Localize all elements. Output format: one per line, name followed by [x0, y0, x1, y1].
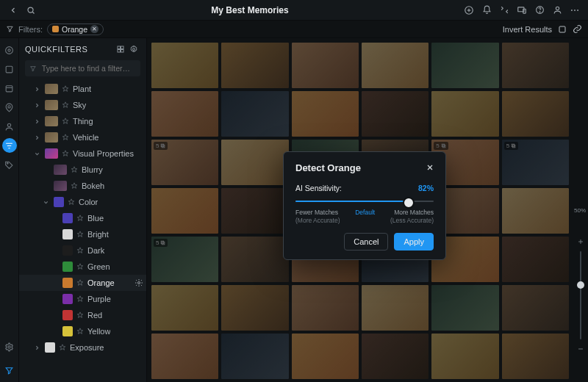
filter-tree: PlantSkyThingVehicleVisual PropertiesBlu… — [19, 81, 146, 361]
sensitivity-slider[interactable] — [295, 195, 434, 207]
svg-point-10 — [571, 10, 573, 11]
gear-icon[interactable] — [135, 278, 143, 287]
tree-item-visual-properties[interactable]: Visual Properties — [19, 145, 146, 162]
rail-filterpanel-icon[interactable] — [2, 363, 17, 378]
invert-checkbox-icon[interactable] — [558, 25, 567, 34]
tree-item-label: Visual Properties — [73, 149, 134, 158]
tree-item-color-orange[interactable]: Orange — [19, 275, 146, 291]
swatch-icon — [62, 245, 73, 256]
filters-bar: Filters: Orange ✕ Invert Results — [0, 21, 588, 38]
notifications-icon[interactable] — [478, 1, 495, 19]
tree-item[interactable]: Vehicle — [19, 129, 146, 145]
svg-rect-26 — [121, 50, 124, 53]
rail-map-icon[interactable] — [2, 100, 17, 115]
svg-point-21 — [7, 162, 9, 164]
svg-point-0 — [28, 7, 33, 12]
filters-label: Filters: — [18, 25, 43, 34]
swatch-icon — [62, 262, 73, 272]
tree-item-color-blue[interactable]: Blue — [19, 210, 146, 226]
svg-point-22 — [8, 345, 10, 347]
tree-item[interactable]: Sky — [19, 97, 146, 113]
tree-item-label: Orange — [87, 278, 115, 287]
quickfilters-panel: QUICKFILTERS PlantSkyThingVehicleVisual … — [19, 38, 147, 382]
search-icon[interactable] — [22, 1, 40, 19]
svg-point-15 — [6, 46, 13, 54]
help-icon[interactable] — [531, 1, 548, 19]
swatch-icon — [45, 342, 55, 353]
back-button[interactable] — [4, 1, 22, 19]
svg-point-8 — [539, 12, 540, 12]
thumb-icon — [45, 116, 58, 126]
apply-button[interactable]: Apply — [394, 233, 434, 251]
ticks-left: Fewer Matches(More Accurate) — [295, 209, 340, 223]
panel-layout-icon[interactable] — [114, 43, 127, 56]
thumb-icon — [45, 84, 58, 94]
more-icon[interactable] — [566, 1, 584, 19]
rail-people-icon[interactable] — [2, 119, 17, 134]
dialog-title: Detect Orange — [295, 162, 434, 173]
svg-point-19 — [8, 105, 10, 107]
dialog-scrim: Detect Orange AI Sensitivity: 82% Fewer … — [147, 38, 588, 382]
panel-gear-icon[interactable] — [127, 43, 140, 56]
account-icon[interactable] — [548, 1, 566, 19]
ticks-right: More Matches(Less Accurate) — [390, 209, 434, 223]
invert-results-toggle[interactable]: Invert Results — [503, 25, 552, 34]
sync-icon[interactable] — [495, 1, 513, 19]
tree-item-label: Color — [79, 198, 98, 206]
filter-chip-orange[interactable]: Orange ✕ — [47, 24, 104, 35]
tree-item-label: Blue — [87, 214, 104, 223]
tree-item-color-purple[interactable]: Purple — [19, 291, 146, 307]
tree-item-label: Purple — [87, 295, 111, 303]
tree-item[interactable]: Thing — [19, 113, 146, 129]
filter-funnel-icon[interactable] — [6, 25, 14, 33]
cancel-button[interactable]: Cancel — [344, 233, 388, 251]
swatch-icon — [54, 197, 64, 207]
tree-item-exposure[interactable]: Exposure — [19, 339, 146, 356]
svg-rect-24 — [121, 46, 124, 49]
tree-item-label: Thing — [73, 117, 93, 126]
svg-point-11 — [574, 10, 576, 11]
svg-rect-17 — [6, 85, 12, 91]
swatch-icon — [62, 294, 73, 304]
sensitivity-label: AI Sensitivity: — [295, 184, 342, 192]
svg-point-9 — [556, 7, 559, 10]
tree-item-color-dark[interactable]: Dark — [19, 242, 146, 259]
tree-item[interactable]: Blurry — [19, 162, 146, 178]
nav-rail — [0, 38, 19, 382]
panel-search[interactable] — [25, 60, 140, 76]
tree-item-color-yellow[interactable]: Yellow — [19, 323, 146, 339]
rail-home-icon[interactable] — [2, 43, 17, 57]
page-title: My Best Memories — [211, 5, 288, 15]
tree-item-color[interactable]: Color — [19, 194, 146, 210]
ticks-default[interactable]: Default — [355, 209, 375, 223]
tree-item-color-green[interactable]: Green — [19, 259, 146, 275]
svg-point-28 — [138, 282, 140, 284]
swatch-icon — [62, 326, 73, 336]
rail-quickfilters-icon[interactable] — [2, 138, 17, 153]
rail-tags-icon[interactable] — [2, 157, 17, 172]
tree-item[interactable]: Bokeh — [19, 178, 146, 194]
svg-line-1 — [32, 12, 34, 13]
slider-knob[interactable] — [403, 197, 415, 209]
panel-title: QUICKFILTERS — [25, 45, 87, 54]
tree-item-label: Blurry — [82, 165, 103, 174]
close-icon[interactable] — [423, 161, 437, 174]
devices-icon[interactable] — [513, 1, 531, 19]
rail-library-icon[interactable] — [2, 62, 17, 76]
tree-item-label: Bright — [87, 230, 109, 239]
detect-color-dialog: Detect Orange AI Sensitivity: 82% Fewer … — [283, 151, 446, 259]
link-filters-icon[interactable] — [573, 24, 582, 34]
rail-calendar-icon[interactable] — [2, 81, 17, 96]
swatch-icon — [62, 229, 73, 239]
tree-item-label: Sky — [73, 101, 86, 109]
rail-settings-icon[interactable] — [2, 339, 17, 354]
tree-item[interactable]: Plant — [19, 81, 146, 97]
thumb-icon — [54, 181, 67, 191]
tree-item-color-bright[interactable]: Bright — [19, 226, 146, 242]
add-button[interactable] — [460, 1, 478, 19]
tree-item-color-red[interactable]: Red — [19, 307, 146, 323]
remove-chip-icon[interactable]: ✕ — [90, 25, 98, 33]
sensitivity-value: 82% — [418, 184, 434, 192]
panel-search-input[interactable] — [40, 63, 136, 73]
thumb-icon — [45, 148, 58, 159]
